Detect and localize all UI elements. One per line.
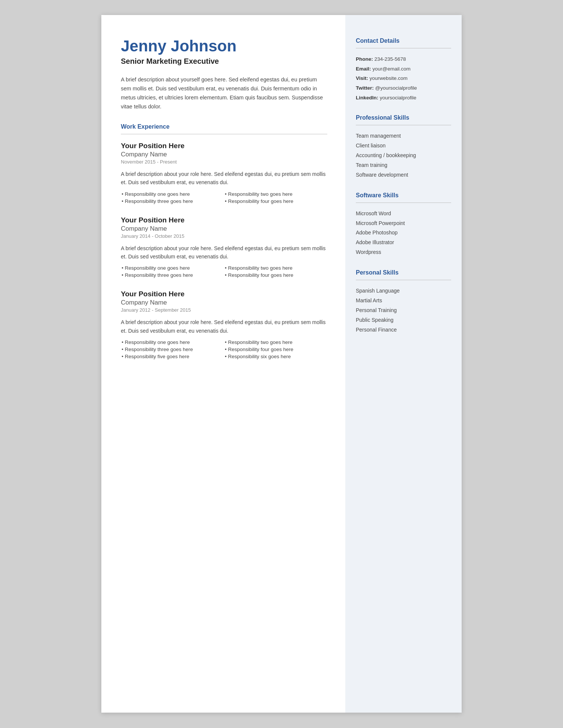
jobs-container: Your Position Here Company Name November…	[121, 142, 327, 359]
skill-item: Wordpress	[356, 248, 451, 257]
personal-skills-divider	[356, 280, 451, 280]
visit-label: Visit:	[356, 75, 368, 81]
responsibility: Responsibility three goes here	[121, 347, 224, 352]
personal-skills-list: Spanish LanguageMartial ArtsPersonal Tra…	[356, 286, 451, 335]
contact-details-heading: Contact Details	[356, 38, 451, 44]
responsibility: Responsibility three goes here	[121, 272, 224, 278]
responsibility: Responsibility one goes here	[121, 191, 224, 197]
job-dates: November 2015 - Present	[121, 159, 327, 165]
responsibility: Responsibility six goes here	[224, 354, 327, 359]
skill-item: Personal Training	[356, 306, 451, 315]
skill-item: Adobe Photoshop	[356, 228, 451, 238]
skill-item: Personal Finance	[356, 325, 451, 335]
visit-value: yourwebsite.com	[370, 75, 408, 81]
skill-item: Microsoft Word	[356, 209, 451, 219]
candidate-title: Senior Marketing Executive	[121, 57, 327, 66]
skill-item: Microsoft Powerpoint	[356, 219, 451, 228]
professional-skills-heading: Professional Skills	[356, 114, 451, 121]
professional-skills-list: Team managementClient liaisonAccounting …	[356, 131, 451, 180]
job-description: A brief description about your role here…	[121, 318, 327, 335]
job-position: Your Position Here	[121, 142, 327, 150]
responsibility: Responsibility one goes here	[121, 265, 224, 271]
job-company: Company Name	[121, 225, 327, 233]
job-company: Company Name	[121, 151, 327, 158]
responsibility: Responsibility five goes here	[121, 354, 224, 359]
job-company: Company Name	[121, 299, 327, 306]
skill-item: Team management	[356, 131, 451, 141]
job-description: A brief description about your role here…	[121, 244, 327, 261]
job-description: A brief description about your role here…	[121, 170, 327, 187]
twitter-value: @yoursocialprofile	[375, 85, 417, 91]
professional-skills-divider	[356, 125, 451, 125]
job-position: Your Position Here	[121, 290, 327, 298]
responsibilities-grid: Responsibility one goes hereResponsibili…	[121, 339, 327, 359]
skill-item: Spanish Language	[356, 286, 451, 296]
contact-email: Email: your@email.com	[356, 64, 451, 74]
responsibility: Responsibility four goes here	[224, 347, 327, 352]
software-skills-list: Microsoft WordMicrosoft PowerpointAdobe …	[356, 209, 451, 257]
linkedin-value: yoursocialprofile	[380, 95, 417, 101]
contact-phone: Phone: 234-235-5678	[356, 54, 451, 64]
skill-item: Client liaison	[356, 141, 451, 151]
work-experience-divider	[121, 134, 327, 134]
skill-item: Team training	[356, 161, 451, 170]
responsibility: Responsibility two goes here	[224, 339, 327, 345]
contact-visit: Visit: yourwebsite.com	[356, 74, 451, 83]
responsibility: Responsibility one goes here	[121, 339, 224, 345]
skill-item: Public Speaking	[356, 315, 451, 325]
left-column: Jenny Johnson Senior Marketing Executive…	[101, 15, 345, 713]
contact-linkedin: LinkedIn: yoursocialprofile	[356, 93, 451, 103]
responsibilities-grid: Responsibility one goes hereResponsibili…	[121, 191, 327, 204]
job-dates: January 2014 - October 2015	[121, 233, 327, 239]
linkedin-label: LinkedIn:	[356, 95, 378, 101]
phone-value: 234-235-5678	[375, 56, 406, 62]
candidate-bio: A brief description about yourself goes …	[121, 75, 327, 111]
contact-twitter: Twitter: @yoursocialprofile	[356, 83, 451, 93]
software-skills-heading: Software Skills	[356, 192, 451, 199]
job-block-0: Your Position Here Company Name November…	[121, 142, 327, 204]
contact-divider	[356, 48, 451, 48]
job-block-1: Your Position Here Company Name January …	[121, 216, 327, 278]
candidate-name: Jenny Johnson	[121, 38, 327, 55]
responsibilities-grid: Responsibility one goes hereResponsibili…	[121, 265, 327, 278]
skill-item: Martial Arts	[356, 296, 451, 306]
skill-item: Adobe Illustrator	[356, 238, 451, 248]
email-label: Email:	[356, 66, 371, 72]
job-position: Your Position Here	[121, 216, 327, 224]
resume-page: Jenny Johnson Senior Marketing Executive…	[101, 15, 462, 713]
phone-label: Phone:	[356, 56, 373, 62]
software-skills-divider	[356, 203, 451, 203]
email-value: your@email.com	[372, 66, 410, 72]
job-dates: January 2012 - September 2015	[121, 307, 327, 313]
responsibility: Responsibility four goes here	[224, 198, 327, 204]
responsibility: Responsibility four goes here	[224, 272, 327, 278]
contact-block: Phone: 234-235-5678 Email: your@email.co…	[356, 54, 451, 102]
twitter-label: Twitter:	[356, 85, 374, 91]
right-column: Contact Details Phone: 234-235-5678 Emai…	[345, 15, 462, 713]
responsibility: Responsibility two goes here	[224, 265, 327, 271]
personal-skills-heading: Personal Skills	[356, 269, 451, 276]
job-block-2: Your Position Here Company Name January …	[121, 290, 327, 359]
responsibility: Responsibility three goes here	[121, 198, 224, 204]
work-experience-heading: Work Experience	[121, 123, 327, 130]
skill-item: Accounting / bookkeeping	[356, 151, 451, 161]
skill-item: Software development	[356, 170, 451, 180]
responsibility: Responsibility two goes here	[224, 191, 327, 197]
